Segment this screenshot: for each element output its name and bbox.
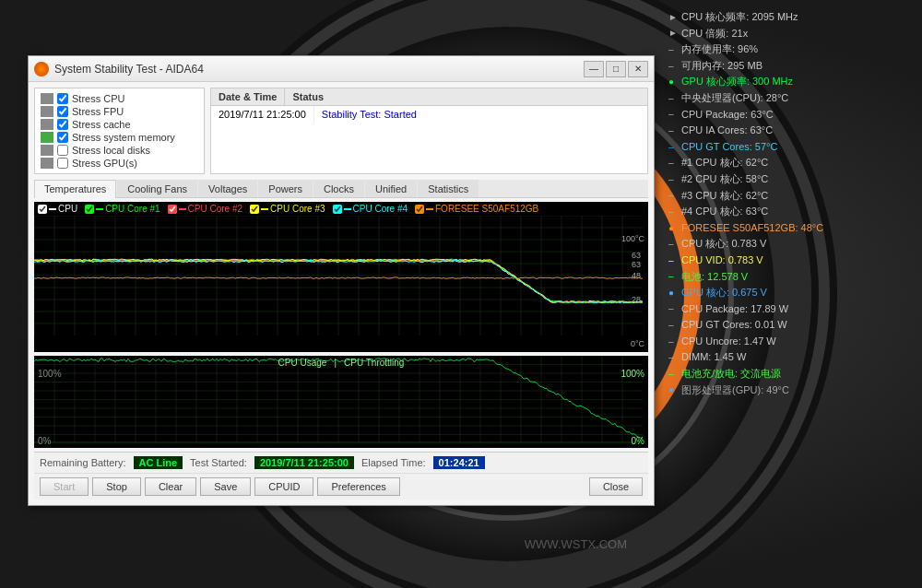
stress-icon-cache bbox=[41, 119, 53, 130]
temp-chart: 100°C 0°C bbox=[34, 216, 648, 352]
stat-text-4: GPU 核心频率: 300 MHz bbox=[681, 74, 793, 90]
stress-label-disks: Stress local disks bbox=[72, 145, 150, 156]
stat-line-9: –#1 CPU 核心: 62°C bbox=[668, 155, 913, 171]
stat-text-5: 中央处理器(CPU): 28°C bbox=[681, 90, 788, 107]
minimize-button[interactable]: — bbox=[584, 61, 604, 77]
legend-checkbox-3[interactable] bbox=[250, 205, 259, 214]
stop-button[interactable]: Stop bbox=[92, 477, 141, 496]
dot-icon: ● bbox=[668, 221, 678, 236]
test-started-label: Test Started: bbox=[190, 457, 247, 468]
dash-icon: – bbox=[668, 301, 678, 316]
stress-label-gpus: Stress GPU(s) bbox=[72, 158, 137, 169]
battery-label: Remaining Battery: bbox=[40, 457, 126, 468]
stress-item-memory: Stress system memory bbox=[41, 131, 198, 144]
preferences-button[interactable]: Preferences bbox=[317, 477, 399, 496]
right-0-label: 0% bbox=[632, 436, 644, 446]
legend-label-4: CPU Core #4 bbox=[353, 204, 408, 214]
stress-icon-fpu bbox=[41, 106, 53, 117]
legend-dot-0 bbox=[49, 208, 56, 210]
stress-item-gpus: Stress GPU(s) bbox=[41, 157, 198, 170]
start-button[interactable]: Start bbox=[40, 477, 89, 496]
dash-icon: – bbox=[668, 156, 678, 171]
stat-line-23: ●图形处理器(GPU): 49°C bbox=[668, 382, 913, 399]
dash-icon: – bbox=[668, 123, 678, 138]
stress-icon-memory bbox=[41, 132, 53, 143]
titlebar-buttons: — □ ✕ bbox=[584, 61, 648, 77]
clear-button[interactable]: Clear bbox=[145, 477, 196, 496]
dot-icon: ● bbox=[668, 75, 678, 89]
legend-dot-2 bbox=[179, 208, 186, 210]
stat-text-7: CPU IA Cores: 63°C bbox=[681, 123, 773, 139]
stat-line-7: –CPU IA Cores: 63°C bbox=[668, 123, 913, 139]
legend-checkbox-1[interactable] bbox=[85, 205, 94, 214]
stat-text-0: CPU 核心频率: 2095 MHz bbox=[681, 9, 798, 26]
datetime-cell: 2019/7/11 21:25:00 bbox=[211, 106, 314, 123]
legend-label-0: CPU bbox=[58, 204, 77, 214]
stat-text-21: DIMM: 1.45 W bbox=[681, 349, 746, 366]
legend-item-4: CPU Core #4 bbox=[333, 204, 408, 214]
stress-checkbox-cache[interactable] bbox=[57, 119, 68, 130]
usage-chart-container: CPU Usage | CPU Throttling 100% 0% 100% … bbox=[34, 356, 648, 448]
buttons-row: Start Stop Clear Save CPUID Preferences … bbox=[34, 473, 648, 500]
stress-checkbox-memory[interactable] bbox=[57, 132, 68, 143]
cpuid-button[interactable]: CPUID bbox=[254, 477, 313, 496]
cpu-usage-label: CPU Usage bbox=[278, 358, 327, 368]
window-title: System Stability Test - AIDA64 bbox=[54, 63, 204, 76]
legend-dot-3 bbox=[261, 208, 268, 210]
stat-line-14: –CPU 核心: 0.783 V bbox=[668, 236, 913, 253]
status-panel: Date & Time Status 2019/7/11 21:25:00 St… bbox=[210, 88, 648, 174]
stat-text-3: 可用内存: 295 MB bbox=[681, 58, 762, 75]
legend-checkbox-4[interactable] bbox=[333, 205, 342, 214]
titlebar: System Stability Test - AIDA64 — □ ✕ bbox=[29, 56, 654, 82]
tab-statistics[interactable]: Statistics bbox=[418, 180, 479, 197]
tabs-bar: TemperaturesCooling FansVoltagesPowersCl… bbox=[34, 180, 648, 198]
legend-label-1: CPU Core #1 bbox=[105, 204, 160, 214]
left-0-label: 0% bbox=[38, 436, 51, 446]
stat-line-17: ●GPU 核心: 0.675 V bbox=[668, 285, 913, 301]
stat-line-5: –中央处理器(CPU): 28°C bbox=[668, 90, 913, 107]
tab-powers[interactable]: Powers bbox=[258, 180, 313, 197]
elapsed-value: 01:24:21 bbox=[433, 456, 485, 469]
legend-label-2: CPU Core #2 bbox=[188, 204, 242, 214]
left-100-label: 100% bbox=[38, 369, 62, 379]
elapsed-label: Elapsed Time: bbox=[361, 457, 426, 468]
stat-text-17: GPU 核心: 0.675 V bbox=[681, 285, 767, 301]
stress-checkbox-disks[interactable] bbox=[57, 145, 68, 156]
stat-line-18: –CPU Package: 17.89 W bbox=[668, 301, 913, 318]
tab-unified[interactable]: Unified bbox=[365, 180, 417, 197]
close-window-button[interactable]: ✕ bbox=[628, 61, 648, 77]
dash-icon: – bbox=[668, 172, 678, 187]
dash-icon: – bbox=[668, 205, 678, 219]
legend-checkbox-5[interactable] bbox=[415, 205, 424, 214]
stress-item-cpu: Stress CPU bbox=[41, 92, 198, 105]
stress-checkbox-fpu[interactable] bbox=[57, 106, 68, 117]
stress-checkbox-gpus[interactable] bbox=[57, 158, 68, 169]
status-header: Date & Time Status bbox=[211, 88, 647, 106]
dash-icon: – bbox=[668, 318, 678, 333]
datetime-header: Date & Time bbox=[211, 88, 285, 105]
chart-labels: CPU Usage | CPU Throttling bbox=[278, 358, 405, 368]
battery-value: AC Line bbox=[134, 456, 183, 469]
stat-text-12: #4 CPU 核心: 63°C bbox=[681, 204, 768, 220]
stat-line-22: –电池充/放电: 交流电源 bbox=[668, 366, 913, 382]
dot-icon: ● bbox=[668, 286, 678, 300]
tab-temperatures[interactable]: Temperatures bbox=[34, 180, 116, 198]
stress-item-cache: Stress cache bbox=[41, 118, 198, 131]
app-icon bbox=[34, 62, 49, 76]
stress-checkbox-cpu[interactable] bbox=[57, 93, 68, 104]
tab-voltages[interactable]: Voltages bbox=[198, 180, 257, 197]
stat-text-2: 内存使用率: 96% bbox=[681, 41, 758, 58]
close-button[interactable]: Close bbox=[589, 477, 643, 496]
arrow-icon: ► bbox=[668, 26, 678, 41]
maximize-button[interactable]: □ bbox=[606, 61, 626, 77]
legend-checkbox-2[interactable] bbox=[168, 205, 177, 214]
save-button[interactable]: Save bbox=[200, 477, 251, 496]
stat-line-12: –#4 CPU 核心: 63°C bbox=[668, 204, 913, 220]
legend-checkbox-0[interactable] bbox=[38, 205, 47, 214]
stat-line-6: –CPU Package: 63°C bbox=[668, 107, 913, 123]
stat-line-15: –CPU VID: 0.783 V bbox=[668, 253, 913, 269]
stat-text-22: 电池充/放电: 交流电源 bbox=[681, 366, 781, 382]
tab-clocks[interactable]: Clocks bbox=[313, 180, 364, 197]
tab-cooling-fans[interactable]: Cooling Fans bbox=[117, 180, 197, 197]
status-header-col: Status bbox=[285, 88, 331, 105]
